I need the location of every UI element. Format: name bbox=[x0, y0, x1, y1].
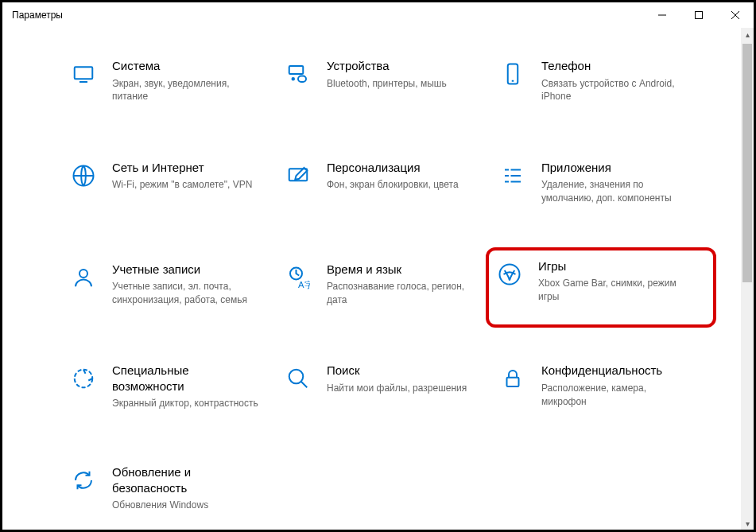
svg-point-24 bbox=[289, 370, 304, 384]
tile-title: Система bbox=[112, 58, 263, 74]
svg-point-23 bbox=[75, 370, 93, 388]
svg-point-19 bbox=[79, 270, 87, 278]
svg-rect-26 bbox=[507, 378, 519, 386]
tile-desc: Удаление, значения по умолчанию, доп. ко… bbox=[541, 178, 692, 205]
titlebar: Параметры bbox=[2, 2, 754, 28]
apps-icon bbox=[498, 161, 527, 190]
tile-phone[interactable]: ТелефонСвязать устройство с Android, iPh… bbox=[495, 53, 710, 115]
svg-rect-7 bbox=[298, 76, 306, 83]
search-icon bbox=[284, 364, 312, 393]
time-language-icon: A字 bbox=[284, 263, 312, 292]
tile-title: Приложения bbox=[541, 160, 692, 176]
tile-desc: Распознавание голоса, регион, дата bbox=[327, 280, 478, 307]
minimize-button[interactable] bbox=[644, 2, 680, 28]
tile-desc: Связать устройство с Android, iPhone bbox=[541, 77, 692, 104]
system-icon bbox=[69, 60, 98, 88]
tile-title: Специальные возможности bbox=[112, 363, 263, 394]
tile-title: Время и язык bbox=[327, 262, 478, 278]
settings-grid: СистемаЭкран, звук, уведомления, питание… bbox=[2, 28, 754, 530]
tile-title: Персонализация bbox=[327, 160, 459, 176]
scroll-down-icon[interactable]: ▾ bbox=[741, 517, 754, 530]
tile-desc: Экранный диктор, контрастность bbox=[112, 397, 263, 410]
svg-text:A字: A字 bbox=[298, 279, 310, 289]
tile-privacy[interactable]: КонфиденциальностьРасположение, камера, … bbox=[495, 358, 710, 420]
window-title: Параметры bbox=[12, 10, 63, 21]
svg-line-25 bbox=[301, 382, 308, 388]
tile-time-language[interactable]: A字 Время и языкРаспознавание голоса, рег… bbox=[281, 257, 495, 319]
window-controls bbox=[644, 2, 754, 28]
update-icon bbox=[69, 466, 98, 495]
maximize-button[interactable] bbox=[680, 2, 717, 28]
tile-update[interactable]: Обновление и безопасностьОбновления Wind… bbox=[66, 460, 281, 522]
tile-title: Игры bbox=[538, 258, 689, 274]
tile-ease-of-access[interactable]: Специальные возможностиЭкранный диктор, … bbox=[66, 358, 281, 420]
tile-title: Устройства bbox=[327, 58, 447, 74]
tile-devices[interactable]: УстройстваBluetooth, принтеры, мышь bbox=[281, 53, 495, 115]
svg-rect-4 bbox=[75, 67, 93, 79]
tile-system[interactable]: СистемаЭкран, звук, уведомления, питание bbox=[66, 53, 281, 115]
tile-network[interactable]: Сеть и ИнтернетWi-Fi, режим "в самолете"… bbox=[66, 155, 281, 217]
content: СистемаЭкран, звук, уведомления, питание… bbox=[2, 28, 754, 530]
tile-desc: Экран, звук, уведомления, питание bbox=[112, 77, 263, 104]
svg-point-22 bbox=[500, 264, 520, 284]
tile-desc: Учетные записи, эл. почта, синхронизация… bbox=[112, 280, 263, 307]
phone-icon bbox=[498, 60, 527, 88]
personalization-icon bbox=[284, 161, 312, 190]
tile-accounts[interactable]: Учетные записиУчетные записи, эл. почта,… bbox=[66, 257, 281, 319]
tile-gaming[interactable]: ИгрыXbox Game Bar, снимки, режим игры bbox=[486, 247, 716, 328]
tile-title: Конфиденциальность bbox=[541, 363, 692, 379]
tile-personalization[interactable]: ПерсонализацияФон, экран блокировки, цве… bbox=[281, 155, 495, 217]
scrollbar[interactable]: ▴ ▾ bbox=[741, 28, 754, 530]
devices-icon bbox=[284, 60, 312, 88]
privacy-icon bbox=[498, 364, 527, 393]
network-icon bbox=[69, 161, 98, 190]
tile-title: Поиск bbox=[327, 363, 467, 379]
tile-title: Телефон bbox=[541, 58, 692, 74]
tile-desc: Фон, экран блокировки, цвета bbox=[327, 178, 459, 192]
svg-rect-6 bbox=[289, 66, 304, 74]
svg-point-8 bbox=[293, 78, 295, 80]
tile-desc: Найти мои файлы, разрешения bbox=[327, 382, 467, 395]
tile-desc: Расположение, камера, микрофон bbox=[541, 382, 692, 409]
tile-desc: Wi-Fi, режим "в самолете", VPN bbox=[112, 178, 252, 192]
tile-title: Сеть и Интернет bbox=[112, 160, 252, 176]
tile-title: Обновление и безопасность bbox=[112, 464, 263, 495]
tile-desc: Xbox Game Bar, снимки, режим игры bbox=[538, 277, 689, 304]
tile-desc: Bluetooth, принтеры, мышь bbox=[327, 77, 447, 91]
gaming-icon bbox=[495, 260, 524, 289]
accounts-icon bbox=[69, 263, 98, 292]
close-button[interactable] bbox=[717, 2, 754, 28]
tile-apps[interactable]: ПриложенияУдаление, значения по умолчани… bbox=[495, 155, 710, 217]
tile-search[interactable]: ПоискНайти мои файлы, разрешения bbox=[281, 358, 495, 420]
svg-rect-1 bbox=[696, 12, 703, 19]
ease-of-access-icon bbox=[69, 364, 98, 393]
tile-desc: Обновления Windows bbox=[112, 499, 263, 512]
scroll-up-icon[interactable]: ▴ bbox=[741, 28, 754, 41]
tile-title: Учетные записи bbox=[112, 262, 263, 278]
